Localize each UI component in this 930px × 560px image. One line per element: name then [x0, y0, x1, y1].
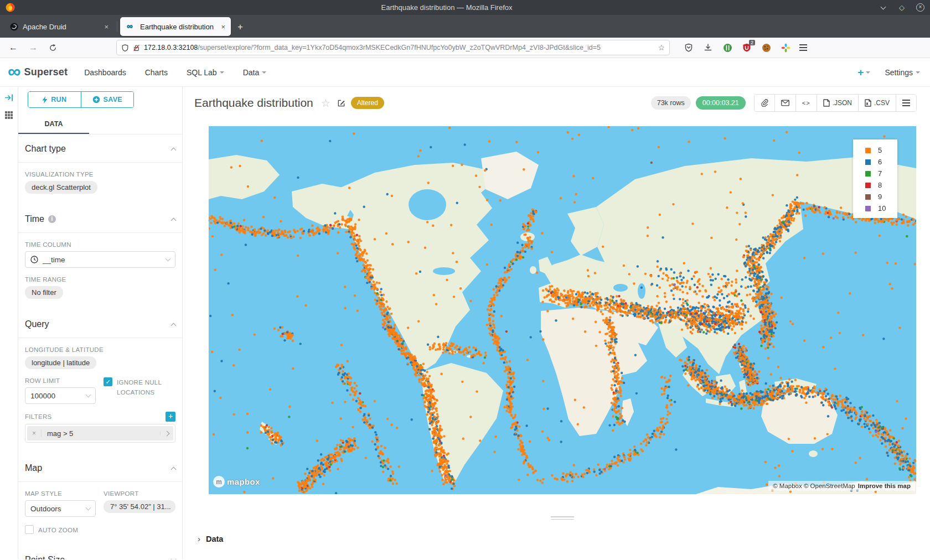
earthquake-points-canvas[interactable] — [209, 126, 916, 494]
tab-earthquake-distribution[interactable]: Earthquake distribution × — [120, 17, 231, 36]
section-time[interactable]: Timei — [18, 205, 182, 233]
save-button[interactable]: SAVE — [81, 92, 134, 107]
bookmark-star-icon[interactable]: ☆ — [658, 43, 665, 52]
browser-toolbar: ← → 172.18.0.3:32108/superset/explore/?f… — [0, 38, 930, 58]
legend-swatch — [865, 183, 871, 188]
legend-swatch — [865, 194, 871, 200]
nav-dashboards[interactable]: Dashboards — [84, 68, 126, 77]
deckgl-map[interactable]: 5678910 m mapbox © Mapbox © OpenStreetMa… — [209, 126, 916, 494]
window-minimize-icon[interactable] — [879, 3, 887, 12]
legend-item: 6 — [853, 156, 897, 168]
superset-infinity-icon: ∞ — [8, 66, 21, 77]
query-timer-badge: 00:00:03.21 — [696, 96, 746, 110]
lonlat-value[interactable]: longitude | latitude — [25, 356, 96, 369]
back-button[interactable]: ← — [9, 43, 18, 53]
legend-label: 9 — [878, 193, 882, 201]
settings-menu[interactable]: Settings — [885, 68, 920, 77]
menu-icon[interactable] — [799, 44, 807, 50]
checkbox-unchecked-icon[interactable] — [25, 525, 34, 534]
chart-title: Earthquake distribution — [194, 96, 313, 110]
tab-close-icon[interactable]: × — [221, 23, 225, 31]
new-tab-button[interactable]: + — [237, 22, 243, 33]
section-map[interactable]: Map — [18, 454, 182, 482]
data-panel-label: Data — [206, 535, 223, 543]
pocket-icon[interactable] — [683, 42, 694, 53]
viz-type-value[interactable]: deck.gl Scatterplot — [25, 181, 97, 194]
reload-button[interactable] — [49, 44, 57, 52]
export-json-button[interactable]: .JSON — [817, 95, 858, 111]
embed-code-button[interactable]: <> — [795, 95, 817, 111]
viz-type-label: VISUALIZATION TYPE — [25, 171, 175, 178]
row-limit-select[interactable]: 100000 — [25, 387, 96, 404]
new-item-button[interactable]: + — [857, 66, 870, 79]
edit-properties-icon[interactable] — [337, 99, 345, 107]
viewport-label: VIEWPORT — [104, 490, 175, 497]
tab-label: Earthquake distribution — [140, 23, 216, 31]
envelope-icon — [781, 100, 789, 106]
auto-zoom-checkbox-row[interactable]: AUTO ZOOM — [25, 525, 96, 536]
tracking-shield-icon[interactable] — [121, 44, 129, 52]
time-column-select[interactable]: __time — [25, 251, 175, 268]
cookie-extension-icon[interactable] — [761, 42, 772, 53]
chart-menu-button[interactable] — [896, 95, 916, 111]
hamburger-icon — [902, 100, 910, 106]
legend-item: 10 — [853, 203, 897, 214]
favorite-star-icon[interactable]: ☆ — [321, 97, 330, 110]
data-results-toggle[interactable]: › Data — [198, 534, 930, 543]
panel-resize-handle[interactable] — [551, 516, 574, 520]
chevron-up-icon — [171, 466, 177, 472]
section-chart-type[interactable]: Chart type — [18, 134, 182, 163]
privacy-badger-icon[interactable] — [722, 42, 733, 53]
tab-close-icon[interactable]: × — [104, 23, 108, 31]
filter-chip[interactable]: × mag > 5 — [27, 426, 173, 440]
legend-swatch — [865, 159, 871, 165]
firefox-window: Earthquake distribution — Mozilla Firefo… — [0, 0, 930, 560]
open-filter-icon[interactable] — [160, 432, 173, 435]
pinwheel-extension-icon[interactable] — [780, 42, 791, 53]
paperclip-icon — [761, 99, 768, 107]
copy-link-button[interactable] — [755, 95, 774, 111]
email-share-button[interactable] — [774, 95, 795, 111]
section-query[interactable]: Query — [18, 310, 182, 338]
ublock-icon[interactable]: 2 — [741, 42, 752, 53]
nav-data[interactable]: Data — [243, 68, 267, 77]
add-filter-button[interactable]: + — [166, 412, 175, 422]
caret-down-icon — [916, 71, 920, 74]
ignore-null-checkbox-row[interactable]: ✓ IGNORE NULL LOCATIONS — [104, 377, 175, 398]
tab-data[interactable]: DATA — [18, 116, 89, 134]
legend-label: 10 — [878, 204, 886, 212]
section-point-size[interactable]: Point Size — [18, 546, 182, 559]
nav-sql-lab[interactable]: SQL Lab — [187, 68, 224, 77]
run-button[interactable]: RUN — [28, 92, 81, 107]
chart-header: Earthquake distribution ☆ Altered 73k ro… — [194, 94, 930, 112]
forward-button[interactable]: → — [29, 43, 38, 53]
checkbox-checked-icon[interactable]: ✓ — [104, 377, 112, 386]
filter-box: × mag > 5 — [25, 424, 175, 443]
url-bar[interactable]: 172.18.0.3:32108/superset/explore/?form_… — [116, 40, 670, 55]
file-icon — [865, 99, 871, 107]
window-restore-icon[interactable]: ◇ — [897, 3, 906, 12]
chevron-down-icon — [86, 392, 91, 398]
chevron-up-icon — [171, 217, 177, 223]
window-close-icon[interactable]: × — [916, 3, 924, 12]
legend-label: 6 — [878, 158, 882, 166]
dataset-grid-icon[interactable] — [4, 111, 13, 120]
downloads-icon[interactable] — [702, 42, 714, 53]
chart-pane: Earthquake distribution ☆ Altered 73k ro… — [183, 87, 930, 559]
ignore-null-label: IGNORE NULL LOCATIONS — [117, 378, 175, 398]
filter-expression[interactable]: mag > 5 — [42, 429, 160, 438]
url-text[interactable]: 172.18.0.3:32108/superset/explore/?form_… — [144, 44, 654, 51]
export-csv-button[interactable]: .CSV — [858, 95, 896, 111]
improve-map-link[interactable]: Improve this map — [858, 483, 911, 489]
tab-apache-druid[interactable]: Apache Druid × — [3, 17, 114, 36]
remove-filter-icon[interactable]: × — [27, 429, 42, 437]
nav-charts[interactable]: Charts — [145, 68, 168, 77]
superset-logo[interactable]: ∞ Superset — [8, 66, 68, 78]
collapse-panel-icon[interactable] — [4, 94, 14, 102]
mapbox-logo[interactable]: m mapbox — [213, 476, 260, 488]
viewport-value[interactable]: 7° 35' 54.02" | 31... — [104, 500, 175, 513]
time-range-value[interactable]: No filter — [25, 286, 63, 299]
insecure-lock-icon[interactable] — [133, 44, 140, 52]
map-style-select[interactable]: Outdoors — [25, 500, 96, 517]
plus-circle-icon — [92, 96, 100, 103]
